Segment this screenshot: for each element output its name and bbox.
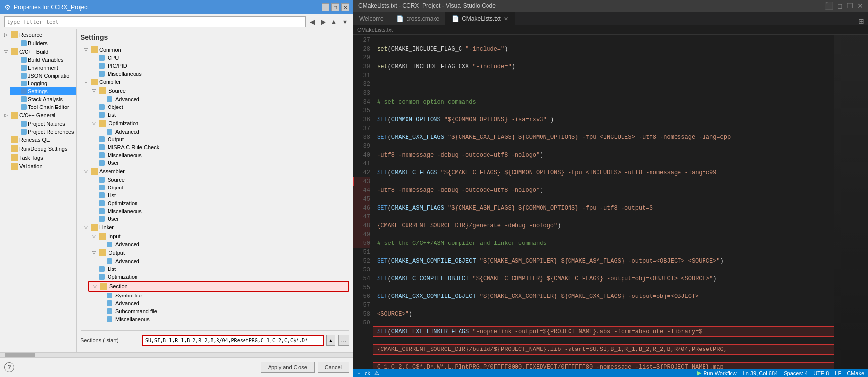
st-misra[interactable]: MISRA C Rule Check xyxy=(88,143,349,151)
scroll-up-btn[interactable]: ▲ xyxy=(326,335,335,346)
st-misc-common[interactable]: Miscellaneous xyxy=(88,70,349,78)
st-output[interactable]: Output xyxy=(88,135,349,143)
nav-cpp-general[interactable]: ▷ C/C++ General xyxy=(0,111,76,120)
st-asm-object[interactable]: Object xyxy=(88,184,349,191)
help-button[interactable]: ? xyxy=(4,362,14,372)
code-line-36: SET(CMAKE_ASM_FLAGS "${CMAKE_ASM_FLAGS} … xyxy=(373,204,834,213)
vscode-max-icon[interactable]: ◻ xyxy=(837,2,843,10)
st-linker-section[interactable]: ▽ Section xyxy=(88,281,349,292)
nav-renesas-qe[interactable]: Renesas QE xyxy=(0,135,76,144)
st-linker-output-advanced[interactable]: Advanced xyxy=(96,257,349,265)
code-line-41: SET(CMAKE_CXX_COMPILE_OBJECT "${CMAKE_CX… xyxy=(373,292,834,301)
split-editor-icon[interactable]: ⊞ xyxy=(858,17,864,25)
nav-run-debug[interactable]: Run/Debug Settings xyxy=(0,144,76,153)
st-common-icon xyxy=(91,46,98,53)
tab-cmakelists[interactable]: 📄 CMakeLists.txt ✕ xyxy=(446,12,515,25)
nav-cpp-build[interactable]: ▽ C/C++ Build xyxy=(0,47,76,56)
vscode-close-icon[interactable]: ✕ xyxy=(857,2,863,10)
spaces[interactable]: Spaces: 4 xyxy=(784,370,808,376)
st-asm-opt[interactable]: Optimization xyxy=(88,199,349,207)
tab-close-btn[interactable]: ✕ xyxy=(504,16,508,22)
nav-json-icon xyxy=(21,73,27,79)
cancel-button[interactable]: Cancel xyxy=(318,362,349,373)
nav-task-tags[interactable]: Task Tags xyxy=(0,153,76,162)
git-branch-icon: ⑂ xyxy=(357,370,361,376)
vscode-restore-icon[interactable]: ❐ xyxy=(847,2,853,10)
st-cpu[interactable]: CPU xyxy=(88,54,349,62)
breadcrumb-file[interactable]: CMakeLists.txt xyxy=(357,27,393,33)
back-icon[interactable]: ◀ xyxy=(308,17,317,26)
nav-stack-analysis[interactable]: Stack Analysis xyxy=(10,95,76,103)
st-optimization[interactable]: ▽Optimization xyxy=(88,119,349,128)
code-content[interactable]: set(CMAKE_INCLUDE_FLAG_C "-include=") se… xyxy=(373,35,834,369)
nav-environment[interactable]: Environment xyxy=(10,64,76,72)
st-asm-misc[interactable]: Miscellaneous xyxy=(88,207,349,215)
nav-project-references[interactable]: Project References xyxy=(10,128,76,135)
st-misc-compiler[interactable]: Miscellaneous xyxy=(88,151,349,159)
apply-close-button[interactable]: Apply and Close xyxy=(261,362,315,373)
nav-renesas-label: Renesas QE xyxy=(19,137,50,143)
menu-icon[interactable]: ▾ xyxy=(340,17,349,26)
st-list[interactable]: List xyxy=(88,111,349,119)
minimize-btn[interactable]: — xyxy=(322,3,329,11)
nav-json[interactable]: JSON Compilatio xyxy=(10,72,76,80)
nav-rundebug-icon xyxy=(11,145,18,152)
filter-input[interactable] xyxy=(4,16,306,27)
nav-resource[interactable]: ▷ Resource xyxy=(0,30,76,39)
code-line-45: C_1,C_2,C,C$*,D*,W*,L,PIntPRG,P/0FFFF800… xyxy=(373,363,834,369)
st-section-misc[interactable]: Miscellaneous xyxy=(96,315,349,323)
nav-toolchain[interactable]: Tool Chain Editor xyxy=(10,103,76,111)
st-linker[interactable]: ▽ Linker xyxy=(81,223,349,232)
vscode-min-icon[interactable]: ⬛ xyxy=(825,2,833,10)
st-linker-output[interactable]: ▽Output xyxy=(88,248,349,257)
nav-resource-children: Builders xyxy=(0,39,76,47)
st-user-compiler[interactable]: User xyxy=(88,159,349,167)
encoding[interactable]: UTF-8 xyxy=(814,370,829,376)
st-common[interactable]: ▽ Common xyxy=(81,45,349,54)
st-source[interactable]: ▽Source xyxy=(88,86,349,95)
st-source-advanced[interactable]: Advanced xyxy=(96,95,349,103)
horizontal-scrollbar[interactable] xyxy=(0,352,353,357)
st-symbol-file[interactable]: Symbol file xyxy=(96,292,349,299)
forward-icon[interactable]: ▶ xyxy=(319,17,327,26)
run-workflow-btn[interactable]: ▶ Run Workflow xyxy=(697,370,736,376)
tab-cross-cmake[interactable]: 📄 cross.cmake xyxy=(390,12,446,25)
ln-col[interactable]: Ln 39, Col 684 xyxy=(743,370,778,376)
up-icon[interactable]: ▲ xyxy=(329,17,338,26)
st-compiler[interactable]: ▽ Compiler xyxy=(81,78,349,86)
language[interactable]: CMake xyxy=(847,370,864,376)
nav-builders[interactable]: Builders xyxy=(10,39,76,47)
tab-welcome[interactable]: Welcome xyxy=(353,12,390,25)
nav-cpp-general-children: Project Natures Project References xyxy=(0,120,76,135)
st-subcommand-file[interactable]: Subcommand file xyxy=(96,307,349,315)
st-linker-input[interactable]: ▽Input xyxy=(88,232,349,241)
code-line-38: # set the C/C++/ASM compiler and linker … xyxy=(373,239,834,248)
nav-settings-icon xyxy=(21,88,27,94)
line-ending[interactable]: LF xyxy=(835,370,841,376)
st-assembler[interactable]: ▽ Assembler xyxy=(81,167,349,176)
nav-logging[interactable]: Logging xyxy=(10,80,76,87)
close-btn[interactable]: ✕ xyxy=(341,3,349,11)
st-picpid[interactable]: PIC/PID xyxy=(88,62,349,70)
st-asm-source[interactable]: Source xyxy=(88,176,349,184)
edit-sections-btn[interactable]: … xyxy=(338,335,349,346)
st-opt-advanced[interactable]: Advanced xyxy=(96,128,349,135)
nav-validation-label: Validation xyxy=(19,163,43,169)
code-line-28: set(CMAKE_INCLUDE_FLAG_CXX "-include=") xyxy=(373,62,834,71)
dialog-body: ▷ Resource Builders ▽ C/C++ Build xyxy=(0,29,353,352)
st-object[interactable]: Object xyxy=(88,103,349,111)
st-linker-list[interactable]: List xyxy=(88,265,349,273)
maximize-btn[interactable]: □ xyxy=(331,3,339,11)
sections-input[interactable] xyxy=(142,335,324,346)
nav-settings[interactable]: Settings xyxy=(10,87,76,95)
st-asm-list[interactable]: List xyxy=(88,191,349,199)
nav-project-natures[interactable]: Project Natures xyxy=(10,120,76,128)
vscode-panel: CMakeLists.txt - CCRX_Project - Visual S… xyxy=(353,0,868,377)
nav-build-variables[interactable]: Build Variables xyxy=(10,56,76,64)
nav-validation[interactable]: Validation xyxy=(0,162,76,171)
st-linker-optimization[interactable]: Optimization xyxy=(88,273,349,281)
st-asm-user[interactable]: User xyxy=(88,215,349,223)
st-linker-input-advanced[interactable]: Advanced xyxy=(96,241,349,248)
nav-rundebug-label: Run/Debug Settings xyxy=(19,146,67,152)
st-section-advanced[interactable]: Advanced xyxy=(96,299,349,307)
